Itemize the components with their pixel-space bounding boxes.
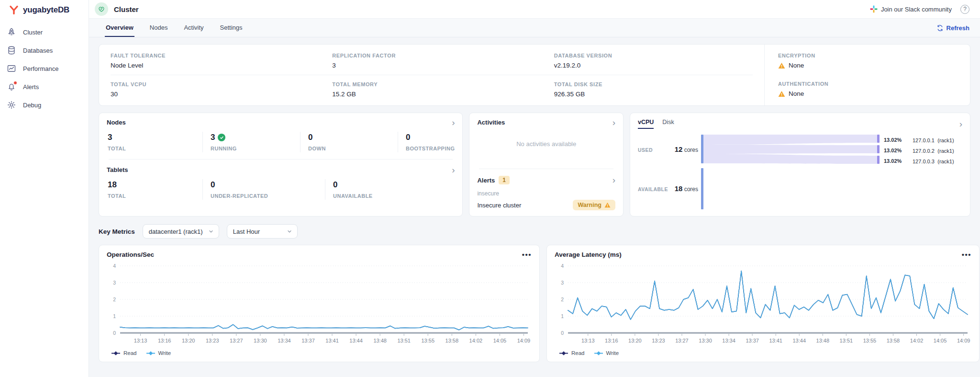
sankey-node-label: 13.02% 127.0.0.2 (rack1)	[884, 146, 954, 155]
rocket-icon	[7, 27, 16, 37]
chevron-right-icon[interactable]: ›	[452, 167, 455, 173]
sidebar-item-databases[interactable]: Databases	[0, 41, 89, 59]
brand-logo[interactable]: yugabyteDB	[0, 0, 89, 23]
chevron-right-icon[interactable]: ›	[612, 120, 615, 126]
svg-text:13:20: 13:20	[628, 338, 642, 343]
svg-text:13:37: 13:37	[301, 338, 315, 343]
legend-label: Read	[571, 350, 585, 356]
sidebar-item-performance[interactable]: Performance	[0, 59, 89, 78]
legend-item-read[interactable]: Read	[559, 350, 585, 356]
activities-section-title: Activities	[477, 119, 505, 126]
performance-chart-icon	[7, 64, 16, 73]
tab-bar: Overview Nodes Activity Settings Refresh	[89, 18, 980, 37]
slack-icon	[870, 5, 878, 13]
svg-text:4: 4	[561, 263, 564, 269]
legend-marker-icon	[559, 351, 568, 355]
chart-menu-button[interactable]: •••	[522, 253, 532, 257]
tablets-stat-unavailable: 0 UNAVAILABLE	[325, 179, 455, 200]
vcpu-available-row: AVAILABLE 18 cores	[638, 184, 698, 193]
chevron-down-icon	[287, 228, 292, 234]
time-range-select[interactable]: Last Hour	[227, 224, 298, 239]
warning-triangle-icon	[778, 91, 785, 97]
nodes-stat-total: 3 TOTAL	[107, 132, 202, 152]
gear-icon	[7, 100, 16, 110]
chart-menu-button[interactable]: •••	[962, 253, 971, 257]
app-window: yugabyteDB Cluster Databases	[0, 0, 980, 377]
sidebar-item-debug[interactable]: Debug	[0, 96, 89, 114]
legend-marker-icon	[111, 351, 120, 355]
tablets-section-title: Tablets	[107, 166, 128, 173]
chevron-down-icon	[208, 228, 214, 234]
sidebar: yugabyteDB Cluster Databases	[0, 0, 89, 377]
refresh-icon	[936, 24, 944, 32]
svg-text:13:51: 13:51	[840, 338, 853, 343]
join-slack-link[interactable]: Join our Slack community	[870, 5, 952, 13]
summary-database-version: DATABASE VERSION v2.19.2.0	[543, 46, 764, 75]
svg-text:13:37: 13:37	[746, 338, 759, 343]
legend-label: Write	[158, 350, 171, 356]
svg-text:3: 3	[561, 280, 564, 286]
svg-text:14:09: 14:09	[517, 338, 531, 343]
tablets-stat-under-replicated: 0 UNDER-REPLICATED	[202, 179, 325, 200]
svg-text:0: 0	[113, 330, 116, 336]
activities-alerts-card: Activities › No activities available Ale…	[469, 113, 624, 217]
nodes-stat-bootstrapping: 0 BOOTSTRAPPING	[398, 132, 455, 152]
sankey-node-label: 13.02% 127.0.0.1 (rack1)	[884, 136, 954, 144]
alert-row[interactable]: Insecure cluster Warning	[477, 200, 615, 210]
svg-text:13:41: 13:41	[769, 338, 782, 343]
help-icon[interactable]: ?	[960, 5, 969, 14]
sidebar-item-label: Performance	[23, 65, 58, 72]
legend-item-read[interactable]: Read	[111, 350, 137, 356]
svg-text:13:16: 13:16	[158, 338, 171, 343]
svg-text:14:05: 14:05	[493, 338, 507, 343]
warning-triangle-icon	[604, 202, 611, 208]
tab-activity[interactable]: Activity	[183, 19, 204, 37]
vcpu-sankey-diagram: USED 12 cores AVAILABLE 18 cores 13.02% …	[638, 134, 962, 210]
legend-label: Read	[123, 350, 137, 356]
tab-vcpu[interactable]: vCPU	[638, 119, 654, 129]
tab-disk[interactable]: Disk	[662, 119, 674, 129]
nodes-stat-down: 0 DOWN	[300, 132, 398, 152]
legend-item-write[interactable]: Write	[594, 350, 619, 356]
svg-text:2: 2	[113, 297, 116, 302]
legend-label: Write	[606, 350, 619, 356]
sidebar-item-alerts[interactable]: Alerts	[0, 78, 89, 96]
summary-total-memory: TOTAL MEMORY 15.2 GB	[321, 75, 542, 103]
tab-nodes[interactable]: Nodes	[149, 19, 169, 37]
yugabytedb-logo-icon	[9, 5, 19, 15]
svg-text:13:58: 13:58	[445, 338, 459, 343]
chevron-right-icon[interactable]: ›	[452, 120, 455, 126]
svg-text:13:27: 13:27	[230, 338, 243, 343]
svg-text:13:44: 13:44	[792, 338, 806, 343]
summary-total-disk-size: TOTAL DISK SIZE 926.35 GB	[543, 75, 764, 103]
alerts-count-badge: 1	[499, 176, 510, 184]
latency-chart: 0123413:1313:1613:2013:2313:2713:3013:34…	[555, 260, 971, 348]
svg-text:14:09: 14:09	[957, 338, 970, 343]
sidebar-item-cluster[interactable]: Cluster	[0, 23, 89, 41]
sidebar-item-label: Cluster	[23, 29, 43, 36]
svg-text:13:34: 13:34	[278, 338, 291, 343]
divider	[479, 169, 613, 169]
divider	[109, 159, 453, 160]
top-header: Cluster Join our Slack community ?	[89, 0, 980, 18]
legend-item-write[interactable]: Write	[146, 350, 171, 356]
svg-text:13:51: 13:51	[397, 338, 411, 343]
svg-text:13:48: 13:48	[816, 338, 830, 343]
chevron-right-icon[interactable]: ›	[612, 177, 615, 183]
chart-legend: ReadWrite	[111, 350, 532, 356]
sidebar-item-label: Debug	[23, 102, 41, 109]
refresh-button[interactable]: Refresh	[936, 19, 969, 37]
operations-chart: 0123413:1313:1613:2013:2313:2713:3013:34…	[107, 260, 532, 348]
region-select[interactable]: datacenter1 (rack1)	[143, 224, 219, 239]
tab-overview[interactable]: Overview	[105, 19, 134, 37]
brand-name: yugabyteDB	[23, 5, 69, 15]
svg-text:13:23: 13:23	[206, 338, 219, 343]
tab-settings[interactable]: Settings	[219, 19, 244, 37]
vcpu-used-row: USED 12 cores	[638, 145, 698, 153]
chart-legend: ReadWrite	[559, 350, 971, 356]
warning-status-badge: Warning	[573, 200, 615, 210]
chevron-right-icon[interactable]: ›	[959, 121, 962, 127]
legend-marker-icon	[146, 351, 155, 355]
svg-text:14:05: 14:05	[934, 338, 947, 343]
svg-text:13:13: 13:13	[581, 338, 595, 343]
